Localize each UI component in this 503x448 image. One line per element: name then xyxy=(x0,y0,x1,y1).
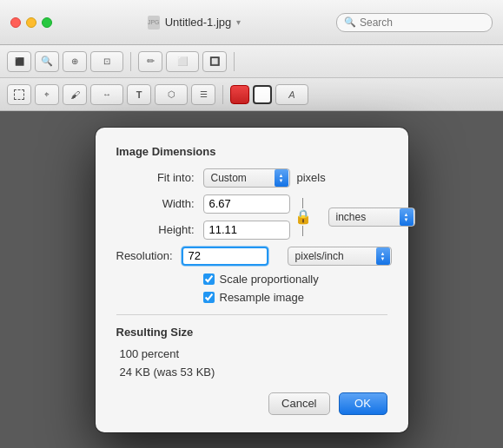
toolbar-button-pen[interactable]: ✏ xyxy=(138,51,162,72)
document-icon: JPG xyxy=(148,16,160,30)
resolution-unit-select[interactable]: pixels/inch pixels/cm xyxy=(288,247,392,266)
toolbar-btn-select[interactable] xyxy=(7,84,31,105)
resample-image-checkbox[interactable] xyxy=(203,292,215,303)
chain-top xyxy=(302,198,303,208)
resolution-input[interactable] xyxy=(182,247,268,266)
toolbar-btn-text-style[interactable]: A xyxy=(275,84,308,105)
width-label: Width: xyxy=(116,197,195,210)
stamp-icon: 🔲 xyxy=(209,56,220,66)
toolbar-btn-transform[interactable]: ↔ xyxy=(90,84,123,105)
resolution-group: Resolution: pixels/inch pixels/cm ▲ ▼ xyxy=(116,247,387,266)
height-input[interactable] xyxy=(203,221,290,240)
pixels-label: pixels xyxy=(297,171,326,184)
fit-into-label: Fit into: xyxy=(116,171,195,184)
transform-icon: ↔ xyxy=(103,89,111,99)
height-label: Height: xyxy=(116,223,195,236)
wh-inputs: Width: Height: xyxy=(116,194,290,240)
separator-3 xyxy=(222,85,223,104)
toolbar-btn-text[interactable]: T xyxy=(127,84,151,105)
lasso-icon: ⌖ xyxy=(44,89,50,100)
toolbar-button-fit[interactable]: ⊡ xyxy=(90,51,123,72)
toolbar-btn-stroke-color[interactable] xyxy=(253,85,272,104)
toolbar-row2: ⌖ 🖌 ↔ T ⬡ ☰ A xyxy=(0,78,503,111)
zoom-out-icon: 🔍 xyxy=(41,56,53,67)
toolbar-button-zoom-in[interactable]: ⊕ xyxy=(63,51,87,72)
shape-icon: ⬡ xyxy=(168,89,175,99)
section-title-image-dimensions: Image Dimensions xyxy=(116,145,387,158)
chain-bottom xyxy=(302,226,303,236)
wh-lock-group: Width: Height: 🔒 xyxy=(116,194,387,240)
fit-icon: ⊡ xyxy=(103,56,110,66)
toolbar-btn-lasso[interactable]: ⌖ xyxy=(35,84,59,105)
toolbar-button-crop[interactable]: ⬜ xyxy=(166,51,199,72)
search-box[interactable]: 🔍 xyxy=(336,13,493,32)
maximize-button[interactable] xyxy=(42,17,52,28)
resulting-size-title: Resulting Size xyxy=(116,326,387,339)
title-chevron: ▾ xyxy=(236,17,241,27)
ok-button[interactable]: OK xyxy=(339,392,387,415)
close-button[interactable] xyxy=(10,17,21,28)
toolbar-btn-brush[interactable]: 🖌 xyxy=(63,84,87,105)
minimize-button[interactable] xyxy=(26,17,36,28)
search-icon: 🔍 xyxy=(344,16,356,28)
toolbar-btn-shape[interactable]: ⬡ xyxy=(155,84,188,105)
icon-1: ⬛ xyxy=(15,57,24,66)
traffic-lights xyxy=(10,17,52,28)
resolution-label: Resolution: xyxy=(116,249,173,262)
dialog-buttons: Cancel OK xyxy=(116,392,387,415)
scale-proportionally-group: Scale proportionally xyxy=(203,273,387,286)
zoom-in-icon: ⊕ xyxy=(71,56,78,66)
titlebar: JPG Untitled-1.jpg ▾ 🔍 xyxy=(0,0,503,45)
search-input[interactable] xyxy=(360,16,485,29)
titlebar-center: JPG Untitled-1.jpg ▾ xyxy=(52,16,336,30)
separator-2 xyxy=(234,52,235,71)
resolution-unit-wrapper[interactable]: pixels/inch pixels/cm ▲ ▼ xyxy=(277,247,392,266)
toolbar-button-zoom-out[interactable]: 🔍 xyxy=(35,51,59,72)
content-area: Image Dimensions Fit into: Custom Screen… xyxy=(0,111,503,448)
window-title: Untitled-1.jpg xyxy=(165,16,232,29)
toolbar-button-1[interactable]: ⬛ xyxy=(7,51,31,72)
resample-image-label[interactable]: Resample image xyxy=(220,291,305,304)
text-style-icon: A xyxy=(288,89,295,100)
toolbar-btn-fill-color[interactable] xyxy=(230,85,249,104)
width-row: Width: xyxy=(116,194,290,214)
cancel-button[interactable]: Cancel xyxy=(268,392,329,415)
toolbar-row1: ⬛ 🔍 ⊕ ⊡ ✏ ⬜ 🔲 xyxy=(0,45,503,78)
select-icon xyxy=(14,89,24,100)
resolution-unit-select-wrapper[interactable]: pixels/inch pixels/cm ▲ ▼ xyxy=(288,247,392,266)
dialog-overlay: Image Dimensions Fit into: Custom Screen… xyxy=(0,111,503,448)
resample-image-group: Resample image xyxy=(203,291,387,304)
separator-1 xyxy=(130,52,131,71)
unit-dropdown-area[interactable]: inches cm mm px ▲ ▼ xyxy=(318,194,415,240)
pen-icon: ✏ xyxy=(147,56,155,67)
result-size: 24 KB (was 53 KB) xyxy=(120,366,387,379)
height-row: Height: xyxy=(116,221,290,240)
unit-select-wrapper[interactable]: inches cm mm px ▲ ▼ xyxy=(328,208,415,227)
scale-proportionally-label[interactable]: Scale proportionally xyxy=(220,273,319,286)
chain-lock-area: 🔒 xyxy=(294,194,313,240)
crop-icon: ⬜ xyxy=(177,56,188,66)
text-icon: T xyxy=(136,89,142,100)
scale-proportionally-checkbox[interactable] xyxy=(203,273,215,285)
lock-icon: 🔒 xyxy=(295,208,311,226)
brush-icon: 🖌 xyxy=(70,89,80,100)
image-dimensions-dialog: Image Dimensions Fit into: Custom Screen… xyxy=(96,128,408,432)
result-percent: 100 percent xyxy=(120,347,387,360)
app-window: JPG Untitled-1.jpg ▾ 🔍 ⬛ 🔍 ⊕ ⊡ ✏ ⬜ xyxy=(0,0,503,448)
toolbar-button-stamp[interactable]: 🔲 xyxy=(202,51,227,72)
fit-into-group: Fit into: Custom Screen Print Web ▲ ▼ xyxy=(116,168,387,188)
fit-into-select[interactable]: Custom Screen Print Web xyxy=(203,168,290,188)
dialog-divider xyxy=(116,314,387,315)
align-icon: ☰ xyxy=(200,89,208,99)
toolbar-btn-align[interactable]: ☰ xyxy=(191,84,215,105)
fit-into-select-wrapper[interactable]: Custom Screen Print Web ▲ ▼ xyxy=(203,168,290,188)
unit-select[interactable]: inches cm mm px xyxy=(328,208,415,227)
width-input[interactable] xyxy=(203,194,290,214)
